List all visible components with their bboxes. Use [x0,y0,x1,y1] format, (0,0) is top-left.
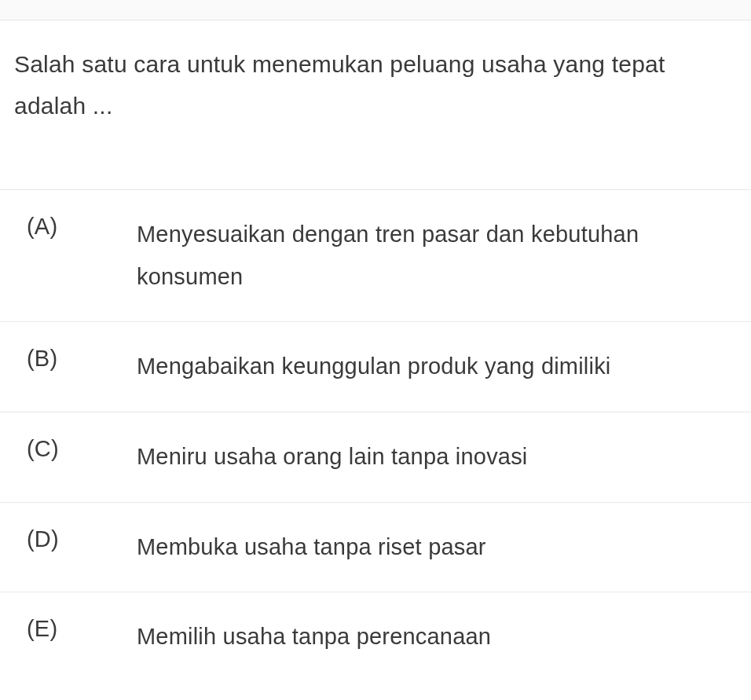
options-container: (A) Menyesuaikan dengan tren pasar dan k… [0,189,751,682]
option-text: Memilih usaha tanpa perencanaan [137,616,751,658]
option-letter: (A) [27,214,137,240]
option-b[interactable]: (B) Mengabaikan keunggulan produk yang d… [0,321,751,412]
option-letter: (D) [27,526,137,552]
header-bar [0,0,751,20]
option-e[interactable]: (E) Memilih usaha tanpa perencanaan [0,592,751,682]
question-container: Salah satu cara untuk menemukan peluang … [0,20,751,126]
option-text: Meniru usaha orang lain tanpa inovasi [137,436,751,478]
option-a[interactable]: (A) Menyesuaikan dengan tren pasar dan k… [0,189,751,321]
option-text: Membuka usaha tanpa riset pasar [137,526,751,569]
question-text: Salah satu cara untuk menemukan peluang … [14,44,737,126]
option-d[interactable]: (D) Membuka usaha tanpa riset pasar [0,502,751,592]
option-c[interactable]: (C) Meniru usaha orang lain tanpa inovas… [0,412,751,502]
option-letter: (B) [27,346,137,372]
option-text: Mengabaikan keunggulan produk yang dimil… [137,346,751,388]
option-letter: (C) [27,436,137,462]
option-letter: (E) [27,616,137,642]
option-text: Menyesuaikan dengan tren pasar dan kebut… [137,214,751,298]
